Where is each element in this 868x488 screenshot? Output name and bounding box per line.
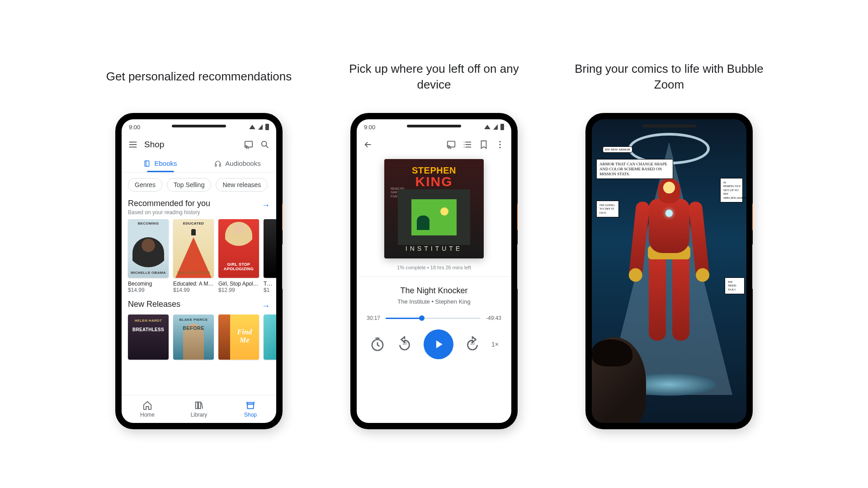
scrubber[interactable]: 30:17 -49:43 <box>357 305 511 321</box>
wifi-icon <box>484 125 491 129</box>
playback-speed[interactable]: 1× <box>491 341 499 348</box>
book-item[interactable]: Blake Pierce Before <box>173 314 214 360</box>
book-price: $14.99 <box>128 287 169 293</box>
cover-text: Helen Hardt <box>128 319 169 323</box>
book-cover: Blake Pierce Before <box>173 314 214 360</box>
cover-text: Educated <box>173 222 214 226</box>
nav-shop-label: Shop <box>244 412 257 418</box>
status-time: 9:00 <box>364 124 375 131</box>
comic-armored-figure <box>631 178 708 341</box>
book-item[interactable]: Find Me <box>218 314 259 360</box>
album-art[interactable]: STEPHEN KING READ BY SANTINO FONTANA INS… <box>384 159 484 258</box>
forward-30-icon[interactable]: 30 <box>464 336 481 352</box>
shop-screen: 9:00 Shop Ebooks <box>122 119 276 423</box>
player-screen: 9:00 <box>357 119 511 423</box>
svg-rect-6 <box>198 402 201 409</box>
svg-rect-7 <box>448 141 455 147</box>
promo-stage: Get personalized recommendations 9:00 Sh… <box>99 59 769 429</box>
library-icon <box>194 400 204 410</box>
book-cover: Girl Stop Apologizing <box>218 219 259 278</box>
section-recommended: Recommended for you Based on your readin… <box>122 197 276 219</box>
tab-ebooks-label: Ebooks <box>154 160 177 167</box>
album-author-last: KING <box>412 174 456 189</box>
book-item[interactable] <box>264 314 276 360</box>
book-title: Girl, Stop Apol… <box>218 281 259 287</box>
svg-point-10 <box>499 147 500 148</box>
nav-home[interactable]: Home <box>122 395 173 423</box>
ebook-icon <box>143 160 151 167</box>
phone-volume-button <box>282 244 283 289</box>
nav-library[interactable]: Library <box>173 395 225 423</box>
phone-volume-button <box>517 244 518 289</box>
player-controls: 30 30 1× <box>369 321 499 359</box>
wifi-icon <box>249 125 255 129</box>
overflow-icon[interactable] <box>495 140 505 150</box>
speech-bubble: IS PERFECTLY SET UP TO MY SPECIFICATIONS… <box>720 178 743 202</box>
nav-shop[interactable]: Shop <box>225 395 276 423</box>
bookmark-icon[interactable] <box>479 140 489 150</box>
chip-top-selling[interactable]: Top Selling <box>167 178 212 192</box>
shop-icon <box>245 400 255 410</box>
svg-rect-4 <box>220 164 221 166</box>
signal-icon <box>258 124 263 130</box>
phone-power-button <box>282 203 283 230</box>
album-title: INSTITUTE <box>406 245 462 252</box>
phone-power-button <box>752 203 753 230</box>
svg-point-1 <box>262 141 267 146</box>
phone-frame: 9:00 <box>350 113 518 429</box>
cast-icon[interactable] <box>244 140 254 150</box>
tab-audiobooks[interactable]: Audiobooks <box>199 155 276 172</box>
column-player: Pick up where you left off on any device… <box>335 59 533 429</box>
book-item[interactable]: Helen Hardt Breathless <box>128 314 169 360</box>
book-item[interactable]: T… $1 <box>264 219 276 293</box>
book-item[interactable]: Girl Stop Apologizing Girl, Stop Apol… $… <box>218 219 259 293</box>
book-title: T… <box>264 281 276 287</box>
book-cover: Educated Tara Westover <box>173 219 214 278</box>
album-illustration <box>398 189 470 245</box>
column-comics: Bring your comics to life with Bubble Zo… <box>570 59 769 429</box>
caption-comics: Bring your comics to life with Bubble Zo… <box>570 59 769 95</box>
tab-audiobooks-label: Audiobooks <box>225 160 260 167</box>
home-icon <box>142 400 152 410</box>
section-new-releases: New Releases → <box>122 298 276 314</box>
chip-new-releases[interactable]: New releases <box>216 178 268 192</box>
caption-recommendations: Get personalized recommendations <box>106 59 292 95</box>
comics-screen[interactable]: MY NEW ARMOR ARMOR THAT CAN CHANGE SHAPE… <box>592 119 746 423</box>
search-icon[interactable] <box>260 140 270 150</box>
svg-point-9 <box>499 144 500 145</box>
book-title: Becoming <box>128 281 169 287</box>
newreleases-more-arrow-icon[interactable]: → <box>262 301 270 311</box>
cover-text: Tara Westover <box>173 271 214 275</box>
book-price: $1 <box>264 287 276 293</box>
chapters-icon[interactable] <box>462 140 472 150</box>
book-cover: Find Me <box>218 314 259 360</box>
tab-ebooks[interactable]: Ebooks <box>122 155 199 172</box>
newreleases-row[interactable]: Helen Hardt Breathless Blake Pierce Befo… <box>122 314 276 364</box>
menu-icon[interactable] <box>128 140 138 150</box>
recommended-more-arrow-icon[interactable]: → <box>262 201 270 210</box>
player-content: STEPHEN KING READ BY SANTINO FONTANA INS… <box>357 155 511 423</box>
cover-text: Blake Pierce <box>173 318 214 322</box>
back-icon[interactable] <box>363 140 373 150</box>
divider <box>357 277 511 277</box>
play-button[interactable] <box>424 329 453 359</box>
book-item[interactable]: Becoming Michelle Obama Becoming $14.99 <box>128 219 169 293</box>
chip-genres[interactable]: Genres <box>128 178 162 192</box>
phone-frame: MY NEW ARMOR ARMOR THAT CAN CHANGE SHAPE… <box>585 113 753 429</box>
chapter-title: The Night Knocker <box>400 286 467 296</box>
scrubber-bar[interactable] <box>386 318 481 319</box>
svg-rect-0 <box>245 141 253 147</box>
player-appbar <box>357 135 511 155</box>
book-price: $12.99 <box>218 287 259 293</box>
headphones-icon <box>214 160 222 167</box>
battery-icon <box>265 124 269 130</box>
cast-icon[interactable] <box>446 140 456 150</box>
speech-caption-tag: MY NEW ARMOR <box>603 146 632 153</box>
recommended-row[interactable]: Becoming Michelle Obama Becoming $14.99 … <box>122 219 276 298</box>
scrubber-handle[interactable] <box>419 315 425 321</box>
book-title: Educated: A M… <box>173 281 214 287</box>
rewind-30-icon[interactable]: 30 <box>396 336 413 352</box>
book-item[interactable]: Educated Tara Westover Educated: A M… $1… <box>173 219 214 293</box>
sleep-timer-icon[interactable] <box>369 336 386 352</box>
recommended-sub: Based on your reading history <box>128 209 262 216</box>
